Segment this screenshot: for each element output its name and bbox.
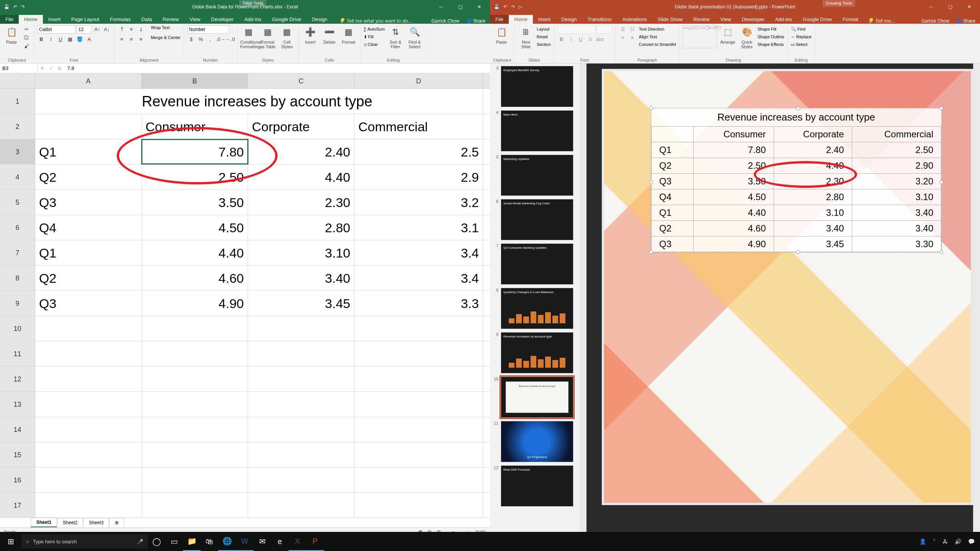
select-all-corner[interactable] (0, 73, 35, 88)
cell[interactable]: 4.60 (142, 266, 248, 290)
slide-thumbnail[interactable]: 8Quarterly Changes in Loan Balances (490, 288, 580, 329)
resize-handle[interactable] (939, 106, 943, 110)
cell[interactable]: Q2 (35, 165, 142, 189)
border-icon[interactable]: ▦ (66, 35, 74, 44)
word-icon[interactable]: W (236, 532, 253, 551)
tray-people-icon[interactable]: 👤 (920, 538, 926, 544)
store-icon[interactable]: 🛍 (201, 532, 218, 551)
sheet-tab[interactable]: Sheet2 (57, 518, 83, 527)
save-icon[interactable]: 💾 (494, 4, 500, 10)
undo-icon[interactable]: ↶ (503, 4, 507, 10)
cell[interactable]: Q1 (35, 240, 142, 265)
sort-filter-button[interactable]: ⇅Sort & Filter (387, 25, 404, 49)
shapes-gallery[interactable]: ▭○△◇⬠☆▱◯▷◁▽⬡ (683, 25, 717, 48)
cell[interactable]: 4.90 (142, 291, 248, 316)
slide-thumbnail[interactable]: 10Revenue increases by account type (490, 377, 580, 418)
arrange-button[interactable]: ⬚Arrange (719, 25, 736, 44)
format-cells-button[interactable]: ▦Format (340, 25, 357, 44)
slide-thumbnail[interactable]: 9Revenue increases by account type (490, 332, 580, 373)
font-size[interactable] (597, 25, 612, 34)
chrome-icon[interactable]: 🌐 (218, 532, 236, 551)
shadow-button[interactable]: S (586, 35, 595, 44)
bold-button[interactable]: B (37, 35, 46, 44)
row-header[interactable]: 9 (0, 291, 35, 316)
cell[interactable]: 2.9 (354, 165, 483, 189)
tab-home[interactable]: Home (19, 15, 43, 24)
minimize-icon[interactable]: ─ (923, 0, 939, 14)
row-header[interactable]: 6 (0, 215, 35, 240)
reset-button[interactable]: Reset (537, 33, 551, 41)
paste-button[interactable]: 📋Paste (493, 25, 510, 44)
col-header-a[interactable]: A (35, 73, 142, 88)
tab-animations[interactable]: Animations (617, 15, 652, 24)
underline-button[interactable]: U (577, 35, 585, 44)
bold-button[interactable]: B (557, 35, 566, 44)
cell[interactable]: Q3 (35, 190, 142, 215)
tab-developer[interactable]: Developer (206, 15, 239, 24)
cell[interactable]: 3.45 (248, 291, 354, 316)
tab-file[interactable]: File (0, 15, 19, 24)
tray-network-icon[interactable]: 🖧 (942, 538, 948, 544)
resize-handle[interactable] (939, 250, 943, 254)
quick-styles-button[interactable]: 🎨Quick Styles (738, 25, 755, 49)
new-sheet-button[interactable]: ⊕ (109, 518, 124, 527)
name-box[interactable]: B3 (0, 64, 38, 73)
font-size[interactable] (77, 25, 92, 34)
cell[interactable]: 2.30 (248, 190, 354, 215)
cell-styles-button[interactable]: ▦Cell Styles (279, 25, 296, 49)
edge-icon[interactable]: e (271, 532, 289, 551)
strike-button[interactable]: abc (596, 35, 604, 44)
tab-format[interactable]: Format (837, 15, 864, 24)
share-button[interactable]: 👤 Share (956, 18, 975, 24)
tab-slideshow[interactable]: Slide Show (652, 15, 688, 24)
fx-icon[interactable]: fx (58, 65, 62, 71)
action-center-icon[interactable]: 💬 (968, 538, 975, 544)
sheet-tab[interactable]: Sheet3 (83, 518, 109, 527)
tab-formulas[interactable]: Formulas (105, 15, 136, 24)
underline-button[interactable]: U (56, 35, 65, 44)
tellme[interactable]: Tell me what you want to do... (346, 18, 412, 24)
replace-button[interactable]: ↔ Replace (791, 33, 812, 41)
cancel-formula-icon[interactable]: ✕ (40, 65, 44, 71)
resize-handle[interactable] (796, 106, 800, 110)
row-header[interactable]: 12 (0, 367, 35, 391)
taskbar-search[interactable]: ○ Type here to search🎤 (21, 535, 148, 548)
tab-pagelayout[interactable]: Page Layout (66, 15, 105, 24)
tab-insert[interactable]: Insert (533, 15, 556, 24)
minimize-icon[interactable]: ─ (433, 0, 449, 14)
section-button[interactable]: Section (537, 41, 551, 48)
new-slide-button[interactable]: 🗎New Slide (518, 25, 534, 49)
tab-data[interactable]: Data (136, 15, 157, 24)
align-center-icon[interactable]: ≡ (127, 35, 136, 44)
tray-volume-icon[interactable]: 🔊 (955, 538, 961, 544)
slide-thumbnail[interactable]: 12Real GDP Forecast (490, 465, 580, 507)
hdr-corporate[interactable]: Corporate (248, 114, 354, 139)
slideshow-icon[interactable]: ▷ (519, 4, 522, 10)
tab-review[interactable]: Review (688, 15, 715, 24)
italic-button[interactable]: I (567, 35, 575, 44)
slide[interactable]: Revenue increases by account type Consum… (602, 69, 973, 505)
percent-icon[interactable]: % (197, 35, 205, 44)
save-icon[interactable]: 💾 (4, 4, 10, 10)
inc-decimal-icon[interactable]: .0→ (216, 35, 224, 44)
resize-handle[interactable] (649, 250, 653, 254)
slide-thumbnail[interactable]: 6Social Media Marketing Org Chart (490, 199, 580, 240)
shape-effects-button[interactable]: Shape Effects (758, 41, 784, 48)
tab-design[interactable]: Design (556, 15, 582, 24)
row-header[interactable]: 2 (0, 114, 35, 139)
cell[interactable]: 2.40 (248, 139, 354, 164)
col-header-d[interactable]: D (354, 73, 483, 88)
align-top-icon[interactable]: ⤒ (118, 25, 126, 34)
cell[interactable]: 4.50 (142, 215, 248, 240)
find-button[interactable]: 🔍 Find (791, 25, 812, 33)
row-header[interactable]: 7 (0, 240, 35, 265)
cell[interactable]: 3.1 (354, 215, 483, 240)
tab-addins[interactable]: Add-ins (770, 15, 797, 24)
italic-button[interactable]: I (47, 35, 55, 44)
restore-icon[interactable]: ▢ (452, 0, 469, 14)
fill-color-icon[interactable]: 🪣 (75, 35, 84, 44)
user-label[interactable]: Garrick Chow (921, 18, 949, 24)
cut-icon[interactable]: ✂ (22, 25, 31, 34)
slide-thumbnail[interactable]: 4New Hires (490, 110, 580, 152)
paste-button[interactable]: 📋Paste (3, 25, 20, 44)
